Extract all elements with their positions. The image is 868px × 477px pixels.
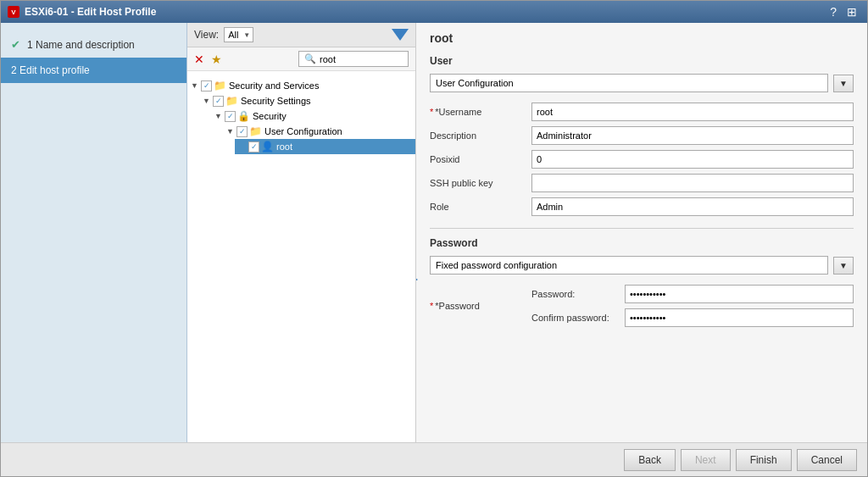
node-user-config: ▼ 📁 User Configuration	[211, 124, 415, 154]
star-icon[interactable]: ★	[211, 53, 222, 66]
cb-root[interactable]	[248, 141, 259, 153]
posixid-label: Posixid	[430, 154, 531, 164]
view-label: View:	[194, 29, 219, 41]
cb-user-config[interactable]	[236, 126, 248, 137]
cancel-button[interactable]: Cancel	[797, 449, 857, 471]
node-security-row[interactable]: ▼ 🔒 Security	[211, 108, 415, 124]
password-section-title: Password	[430, 237, 854, 249]
titlebar-left: V ESXi6-01 - Edit Host Profile	[8, 6, 156, 18]
delete-icon[interactable]: ✕	[194, 53, 204, 66]
confirm-password-input[interactable]	[625, 308, 854, 327]
username-input[interactable]	[531, 103, 854, 121]
window-title: ESXi6-01 - Edit Host Profile	[25, 6, 156, 18]
posixid-input[interactable]	[531, 150, 854, 169]
search-input[interactable]	[320, 54, 403, 64]
label-root: root	[276, 141, 292, 152]
user-config-select[interactable]: User Configuration	[430, 74, 828, 92]
tree-toolbar: View: All	[187, 23, 415, 47]
toggle-user-config[interactable]: ▼	[226, 127, 236, 136]
toggle-security-services[interactable]: ▼	[191, 81, 201, 90]
view-select-wrapper[interactable]: All	[224, 27, 253, 42]
main-window: V ESXi6-01 - Edit Host Profile ? ⊞ ✔ 1 N…	[0, 0, 868, 477]
tree-content: ▼ 📁 Security and Services ▼ 📁 Security S…	[187, 71, 415, 442]
user-config-select-btn[interactable]: ▼	[833, 75, 854, 92]
next-button[interactable]: Next	[681, 449, 731, 471]
detail-panel: root User User Configuration ▼ *Username…	[416, 23, 867, 442]
folder-security-services-icon: 📁	[214, 80, 226, 92]
label-user-config: User Configuration	[264, 126, 342, 136]
search-icon: 🔍	[304, 53, 316, 64]
node-user-config-row[interactable]: ▼ 📁 User Configuration	[223, 124, 415, 139]
role-input[interactable]	[531, 197, 854, 216]
finish-button[interactable]: Finish	[736, 449, 792, 471]
node-security-settings-row[interactable]: ▼ 📁 Security Settings	[199, 93, 415, 108]
titlebar: V ESXi6-01 - Edit Host Profile ? ⊞	[1, 1, 867, 23]
password-input[interactable]	[625, 285, 854, 303]
password-config-select[interactable]: Fixed password configuration	[430, 256, 828, 275]
password-form-grid: *Password Password: Confirm password:	[430, 285, 854, 327]
vmware-logo: V	[8, 6, 19, 18]
titlebar-right: ? ⊞	[826, 5, 860, 19]
toggle-security[interactable]: ▼	[214, 112, 225, 120]
password-dropdown-row: Fixed password configuration ▼	[430, 256, 854, 275]
detail-title: root	[430, 31, 854, 45]
expand-button[interactable]: ⊞	[843, 5, 860, 19]
ssh-key-input[interactable]	[531, 174, 854, 192]
label-security: Security	[253, 111, 287, 121]
password-config-select-btn[interactable]: ▼	[833, 257, 854, 275]
tree-panel: View: All ✕ ★ 🔍	[187, 23, 416, 442]
node-security-services: ▼ 📁 Security and Services ▼ 📁 Security S…	[187, 76, 415, 156]
label-security-settings: Security Settings	[241, 96, 311, 106]
section-divider	[430, 228, 854, 229]
label-security-services: Security and Services	[229, 80, 319, 91]
toggle-security-settings[interactable]: ▼	[203, 97, 213, 105]
node-security: ▼ 🔒 Security ▼ 📁	[199, 108, 415, 154]
password-inner-grid: Password: Confirm password:	[531, 285, 854, 327]
node-root: 👤 root	[223, 139, 415, 154]
user-config-dropdown-row: User Configuration ▼	[430, 74, 854, 92]
help-button[interactable]: ?	[826, 5, 840, 19]
step-2[interactable]: 2 Edit host profile	[1, 58, 186, 83]
arrow-down-icon	[392, 29, 409, 41]
password-field-label: Password:	[531, 289, 625, 299]
search-box: 🔍	[298, 51, 409, 67]
confirm-label: Confirm password:	[531, 313, 625, 323]
down-arrow-indicator	[392, 29, 409, 42]
password-label: *Password	[430, 301, 531, 311]
role-label: Role	[430, 202, 531, 212]
description-input[interactable]	[531, 126, 854, 145]
user-root-icon: 👤	[261, 141, 274, 153]
main-content: ✔ 1 Name and description 2 Edit host pro…	[1, 23, 867, 442]
ssh-key-label: SSH public key	[430, 178, 531, 188]
node-root-row[interactable]: 👤 root	[235, 139, 415, 154]
right-arrow-container	[416, 273, 418, 286]
step-1[interactable]: ✔ 1 Name and description	[1, 31, 186, 58]
bottom-bar: Back Next Finish Cancel	[1, 442, 867, 476]
node-security-settings: ▼ 📁 Security Settings ▼ 🔒 Security	[187, 93, 415, 154]
steps-panel: ✔ 1 Name and description 2 Edit host pro…	[1, 23, 187, 442]
username-label: *Username	[430, 107, 531, 117]
cb-security[interactable]	[225, 111, 236, 122]
user-section-title: User	[430, 55, 854, 67]
description-label: Description	[430, 130, 531, 141]
config-security-icon: 🔒	[237, 110, 250, 122]
step-2-label: 2 Edit host profile	[11, 64, 90, 76]
folder-security-settings-icon: 📁	[225, 95, 238, 107]
toggle-root	[238, 142, 248, 151]
step-1-label: 1 Name and description	[27, 39, 135, 51]
cb-security-services[interactable]	[201, 80, 212, 92]
step-1-check: ✔	[11, 38, 20, 51]
right-arrow-icon	[416, 273, 418, 286]
user-form-grid: *Username Description Posixid SSH public…	[430, 103, 854, 216]
tree-actions: ✕ ★ 🔍	[187, 47, 415, 71]
cb-security-settings[interactable]	[213, 96, 224, 107]
folder-user-config-icon: 📁	[249, 125, 262, 137]
view-select[interactable]: All	[224, 27, 253, 42]
back-button[interactable]: Back	[624, 449, 676, 471]
node-security-services-row[interactable]: ▼ 📁 Security and Services	[187, 78, 415, 93]
